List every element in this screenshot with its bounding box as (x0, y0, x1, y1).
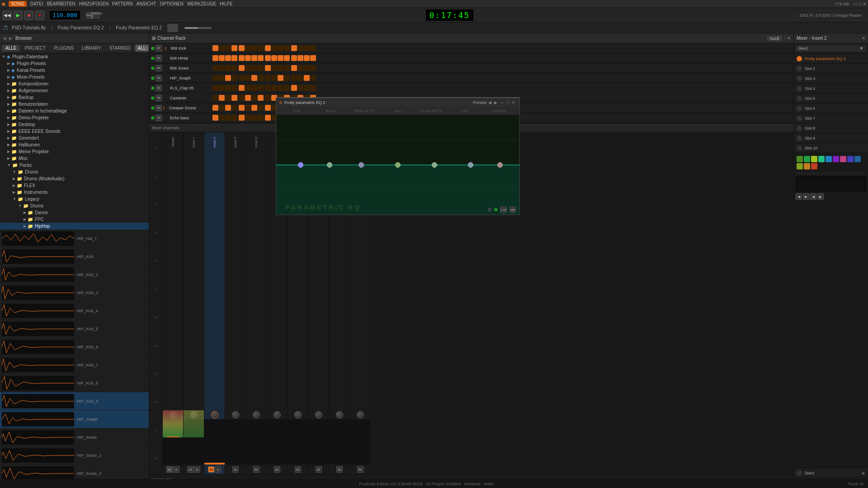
tree-mixer-presets[interactable]: ▶ ◆ Mixer-Presets (0, 74, 149, 80)
wave-hip-kick-3[interactable]: HIP_Kick_3 (0, 284, 149, 302)
rack-all-btn[interactable]: ALLE (767, 36, 782, 41)
tree-backup[interactable]: ▶ 📁 Backup (0, 94, 149, 101)
tree-fpc[interactable]: ▶ 📁 FPC (0, 216, 149, 223)
menu-ansicht[interactable]: ANSICHT (137, 1, 156, 6)
send-nav-right[interactable]: ▶ (803, 193, 809, 200)
mixer-mute-insert3[interactable]: M (232, 466, 239, 473)
wave-hip-kick-5[interactable]: HIP_Kick_5 (0, 320, 149, 338)
wave-hip-snare[interactable]: HIP_Snare (0, 428, 149, 446)
wave-hip-kick-2[interactable]: HIP_Kick_2 (0, 266, 149, 284)
step-4[interactable] (231, 45, 237, 51)
menu-hilfe[interactable]: HILFE (220, 1, 232, 6)
channel-mute-castanet[interactable]: M (156, 95, 162, 101)
step-6[interactable] (245, 45, 251, 51)
wave-hip-kick-7[interactable]: HIP_Kick_7 (0, 356, 149, 374)
mixer-knob-insert25[interactable] (357, 411, 364, 418)
tree-hallkurven[interactable]: ▶ 📁 Hallkurven (0, 141, 149, 148)
color-pink[interactable] (840, 156, 846, 162)
browser-nav-back[interactable]: ◀ (3, 36, 6, 41)
tree-demo[interactable]: ▶ 📁 Demo-Projekte (0, 114, 149, 121)
insert-slot-2[interactable]: Slot 2 (794, 64, 868, 74)
mixer-mute-insert1[interactable]: M (187, 466, 193, 473)
insert-slot-9[interactable]: Slot 9 (794, 133, 868, 143)
insert-slot-6[interactable]: Slot 6 (794, 103, 868, 113)
eq-nav-right[interactable]: ▶ (494, 100, 497, 105)
color-red[interactable] (811, 163, 817, 169)
tree-instruments[interactable]: ▶ 📁 Instruments (0, 189, 149, 196)
eq-node-4[interactable] (395, 162, 401, 168)
tab-starred[interactable]: STARRED (106, 45, 134, 52)
tree-benutzerdaten[interactable]: ▶ 📁 Benutzerdaten (0, 101, 149, 108)
mixer-mute-insert5[interactable]: M (274, 466, 280, 473)
eq-node-2[interactable] (327, 162, 332, 168)
channel-mute-fls-clap[interactable]: M (156, 85, 162, 91)
step-10[interactable] (271, 45, 277, 51)
step-12[interactable] (284, 45, 290, 51)
tab-project[interactable]: PROJECT (21, 45, 49, 52)
step-11[interactable] (278, 45, 283, 51)
tree-eeee[interactable]: ▶ 📁 EEEE EEEE Sounds (0, 128, 149, 135)
eq-node-5[interactable] (432, 162, 437, 168)
play-button[interactable]: ▶ (14, 11, 23, 20)
step-2[interactable] (219, 45, 225, 51)
tree-legacy[interactable]: ▼ 📁 Legacy (0, 196, 149, 202)
eq-presets-btn[interactable]: Presets (473, 100, 487, 105)
insert-slot-8[interactable]: Slot 8 (794, 123, 868, 133)
mixer-mute-insert23[interactable]: M (316, 466, 322, 473)
mixer-knob-insert5[interactable] (274, 411, 281, 418)
color-orange[interactable] (804, 163, 810, 169)
tab-library[interactable]: LIBRARY (78, 45, 105, 52)
eq-nav-left[interactable]: ◀ (488, 100, 491, 105)
mixer-knob-insert4[interactable] (253, 411, 260, 418)
channel-led-808-kick[interactable] (151, 47, 155, 50)
eq-led-1[interactable] (488, 208, 491, 211)
record-button[interactable]: ● (35, 11, 44, 20)
right-close[interactable]: ✕ (862, 36, 865, 41)
channel-led-hip-snaph[interactable] (151, 76, 155, 80)
channel-led-fls-clap[interactable] (151, 86, 155, 90)
color-green-1[interactable] (797, 156, 803, 162)
send-arrow-1[interactable]: ▶ (862, 471, 865, 475)
channel-mute-echo-bass[interactable]: M (156, 115, 162, 121)
color-yellow-green[interactable] (811, 156, 817, 162)
channel-mute-creeper-drone[interactable]: M (156, 105, 162, 111)
eq-node-3[interactable] (359, 162, 364, 168)
channel-name-echo-bass[interactable]: Echo bass (170, 116, 211, 120)
channel-name-808-snare[interactable]: 808 Snare (170, 66, 211, 70)
insert-slot-eq2[interactable]: Fruity parametric EQ 2 (794, 54, 868, 64)
channel-name-castanet[interactable]: Castanet (170, 96, 211, 100)
color-olive[interactable] (797, 163, 803, 169)
fruity-eq-ref[interactable]: Fruity Parametric EQ 2 (58, 25, 104, 30)
tree-meine[interactable]: ▶ 📁 Meine Projekte (0, 148, 149, 155)
tree-gerendert[interactable]: ▶ 📁 Gerendert (0, 135, 149, 141)
mixer-mute-insert6[interactable]: M (295, 466, 301, 473)
tree-dance[interactable]: ▶ 📁 Dance (0, 209, 149, 216)
mixer-knob-insert3[interactable] (232, 411, 239, 418)
tree-legacy-drums[interactable]: ▼ 📁 Drums (0, 202, 149, 209)
tree-dateien[interactable]: ▶ 📁 Dateien in Ischenablage (0, 108, 149, 114)
tab-all-toggle[interactable]: ALL↕ (135, 45, 149, 52)
color-teal[interactable] (818, 156, 825, 162)
wave-hip-kick-4[interactable]: HIP_Kick_4 (0, 302, 149, 320)
send-slot-1[interactable]: (leer) ▶ (794, 468, 868, 478)
insert-slot-7[interactable]: Slot 7 (794, 113, 868, 123)
tree-aufgenommen[interactable]: ▶ 📁 Aufgenommen (0, 87, 149, 94)
channel-mute-808-kick[interactable]: M (156, 45, 162, 52)
mixer-solo-master[interactable]: S (173, 466, 179, 473)
step-13[interactable] (291, 45, 297, 51)
color-green-2[interactable] (804, 156, 810, 162)
channel-mute-808-snare[interactable]: M (156, 65, 162, 71)
insert-slot-3[interactable]: Slot 3 (794, 74, 868, 84)
wave-hip-snaph[interactable]: HIP_Snaph (0, 410, 149, 428)
menu-hinzufugen[interactable]: HINZUFÜGEN (79, 1, 109, 6)
menu-pattern[interactable]: PATTERN (112, 1, 132, 6)
insert-slot-10[interactable]: Slot 10 (794, 143, 868, 153)
insert-slot-4[interactable]: Slot 4 (794, 84, 868, 94)
step-7[interactable] (251, 45, 257, 51)
tree-kompositionen[interactable]: ▶ 📁 Kompositionen (0, 80, 149, 87)
channel-led-creeper-drone[interactable] (151, 106, 155, 110)
mixer-knob-insert24[interactable] (336, 411, 343, 418)
eq-titlebar[interactable]: ≋ Fruity parametric EQ 2 Presets ◀ ▶ — □… (276, 98, 519, 107)
browser-nav-fwd[interactable]: ▶ (9, 36, 13, 41)
mixer-mute-master[interactable]: M (166, 466, 173, 473)
